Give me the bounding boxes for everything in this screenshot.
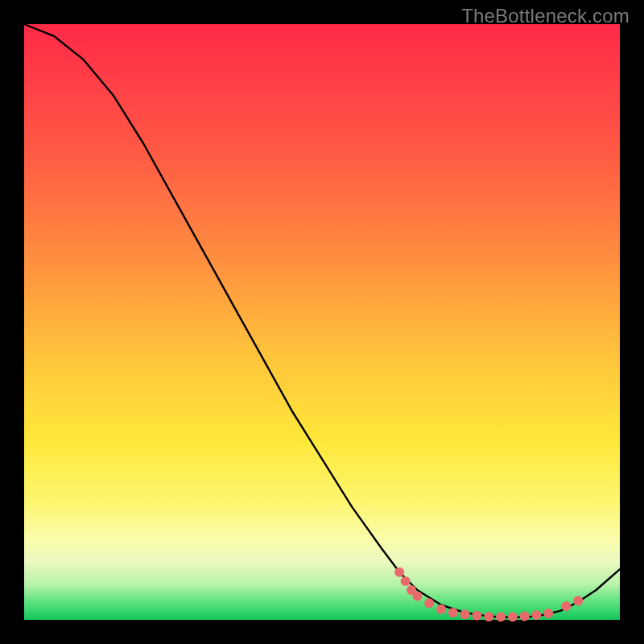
chart-svg: [24, 24, 620, 620]
highlight-dot: [573, 596, 583, 605]
highlight-dot: [543, 609, 553, 618]
highlight-dot: [472, 611, 481, 621]
highlight-dot: [460, 609, 470, 619]
highlight-dot: [561, 601, 571, 611]
highlight-dot: [424, 598, 434, 608]
highlight-dot: [484, 612, 493, 621]
plot-area: [24, 24, 620, 620]
highlight-dot: [401, 576, 411, 586]
bottleneck-curve: [24, 24, 620, 617]
highlight-dot: [412, 591, 422, 601]
highlight-dot: [436, 605, 446, 614]
chart-frame: TheBottleneck.com: [0, 0, 644, 644]
highlight-dot: [520, 612, 530, 621]
highlight-dot: [508, 612, 518, 621]
highlight-dot: [496, 612, 506, 621]
highlight-dot: [531, 610, 541, 620]
highlight-dot: [448, 608, 458, 617]
highlight-dot: [394, 568, 404, 577]
